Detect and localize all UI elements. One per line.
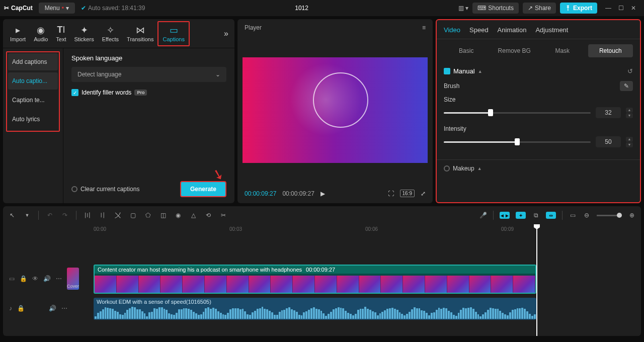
intensity-stepper[interactable]: ▲▼ (626, 137, 633, 147)
music-icon[interactable]: ♪ (9, 305, 12, 312)
sidebar-item-auto-captions[interactable]: Auto captio... (8, 72, 58, 90)
minimize-icon[interactable]: — (605, 5, 611, 12)
timeline-ruler[interactable]: 00:00 00:03 00:06 00:09 (3, 224, 641, 236)
tab-adjustment[interactable]: Adjustment (535, 26, 568, 34)
down-icon[interactable]: ▼ (626, 142, 633, 147)
subtab-basic[interactable]: Basic (444, 44, 489, 57)
logo-icon: ✂ (4, 5, 9, 12)
zoom-in-icon[interactable]: ⊕ (628, 212, 636, 219)
zoom-slider[interactable] (597, 215, 622, 216)
audio-clip[interactable]: Workout EDM with a sense of speed(101650… (94, 298, 536, 320)
chevron-down-icon: ⌄ (215, 71, 220, 78)
shortcuts-button[interactable]: ⌨ Shortcuts (472, 3, 519, 14)
manual-header[interactable]: Manual ▲ ↺ (444, 67, 633, 75)
mute-icon[interactable]: 🔊 (43, 275, 51, 282)
tab-transitions[interactable]: ⋈Transitions (123, 22, 157, 45)
size-value[interactable]: 32 (596, 107, 621, 118)
brush-tool-icon[interactable]: ✎ (620, 81, 633, 91)
crop-box-icon[interactable]: ◫ (159, 212, 167, 219)
cover-thumbnail[interactable]: Cover (67, 268, 79, 290)
spoken-language-label: Spoken language (71, 54, 226, 62)
up-icon[interactable]: ▲ (626, 137, 633, 142)
subtab-mask[interactable]: Mask (540, 44, 585, 57)
player-viewport[interactable] (243, 36, 428, 184)
tab-audio[interactable]: ◉Audio (30, 22, 52, 45)
record-icon[interactable]: ◉ (174, 212, 182, 219)
intensity-slider[interactable] (444, 141, 591, 143)
subtab-removebg[interactable]: Remove BG (492, 44, 537, 57)
main-area: ▸Import ◉Audio TIText ✦Stickers ✧Effects… (0, 16, 644, 206)
sidebar-item-add-captions[interactable]: Add captions (8, 53, 58, 70)
split-icon[interactable]: 〣 (84, 211, 92, 220)
language-select[interactable]: Detect language ⌄ (71, 67, 226, 82)
down-icon[interactable]: ▼ (626, 113, 633, 118)
zoom-out-icon[interactable]: ⊖ (583, 212, 591, 219)
sidebar-item-caption-template[interactable]: Caption te... (8, 92, 58, 109)
size-stepper[interactable]: ▲▼ (626, 108, 633, 118)
split-right-icon[interactable]: 〤 (114, 211, 122, 220)
mirror-icon[interactable]: △ (189, 212, 197, 219)
tab-captions[interactable]: ▭Captions (157, 21, 189, 46)
layout-icon[interactable]: ▥ ▾ (458, 5, 468, 12)
aspect-ratio[interactable]: 16:9 (400, 190, 415, 197)
track-visibility-icon[interactable]: ▭ (9, 275, 15, 282)
snap-toggle-2[interactable]: ✦ (516, 212, 526, 219)
scale-icon[interactable]: ⛶ (388, 190, 394, 197)
snap-toggle-1[interactable]: ◄► (500, 212, 510, 219)
lock-icon[interactable]: 🔒 (17, 305, 25, 312)
chevron-down-icon[interactable]: ▼ (23, 213, 31, 218)
shape-icon[interactable]: ⬠ (144, 212, 152, 219)
tab-text[interactable]: TIText (52, 22, 70, 45)
intensity-label: Intensity (444, 125, 633, 132)
collapse-icon: ▲ (477, 166, 482, 171)
snap-toggle-3[interactable]: ⇹ (546, 212, 556, 219)
generate-button[interactable]: Generate (180, 181, 226, 197)
video-clip[interactable]: Content creator man host streaming his a… (94, 265, 536, 294)
crop-icon[interactable]: ✂ (219, 212, 227, 219)
tab-import[interactable]: ▸Import (6, 22, 30, 45)
share-button[interactable]: ↗ Share (523, 3, 556, 14)
preview-icon[interactable]: ▭ (569, 212, 577, 219)
close-icon[interactable]: ✕ (631, 5, 636, 12)
split-left-icon[interactable]: 〢 (99, 211, 107, 220)
makeup-section[interactable]: Makeup ▲ (437, 159, 640, 177)
intensity-value[interactable]: 50 (596, 136, 621, 147)
sidebar-item-auto-lyrics[interactable]: Auto lyrics (8, 111, 58, 128)
redo-icon[interactable]: ↷ (61, 212, 69, 219)
link-icon[interactable]: ⧉ (532, 212, 540, 219)
selection-tool-icon[interactable]: ↖ (8, 212, 16, 219)
more-tabs-icon[interactable]: » (221, 26, 231, 41)
timeline[interactable]: 00:00 00:03 00:06 00:09 ▭ 🔒 👁 🔊 ⋯ Cover … (3, 224, 641, 336)
tab-video[interactable]: Video (444, 26, 460, 34)
fullscreen-icon[interactable]: ⤢ (421, 190, 426, 197)
tab-stickers[interactable]: ✦Stickers (70, 22, 98, 45)
maximize-icon[interactable]: ☐ (618, 5, 624, 12)
brush-label: Brush (444, 82, 459, 90)
radio-empty-icon (71, 186, 77, 192)
more-icon[interactable]: ⋯ (61, 305, 67, 312)
more-icon[interactable]: ⋯ (56, 275, 62, 282)
player-panel: Player ≡ 00:00:09:27 00:00:09:27 ▶ ⛶ 16:… (237, 19, 433, 203)
lock-icon[interactable]: 🔒 (20, 275, 27, 282)
reset-icon[interactable]: ↺ (627, 67, 633, 75)
filler-label: Identify filler words (82, 89, 131, 96)
mic-icon[interactable]: 🎤 (479, 212, 487, 219)
mute-icon[interactable]: 🔊 (49, 305, 56, 312)
subtab-retouch[interactable]: Retouch (588, 44, 633, 57)
clear-captions-option[interactable]: Clear current captions (71, 186, 139, 193)
tab-animation[interactable]: Animation (498, 26, 527, 34)
menu-button[interactable]: Menu • ▾ (39, 3, 75, 14)
tab-effects[interactable]: ✧Effects (98, 22, 123, 45)
player-menu-icon[interactable]: ≡ (422, 24, 426, 31)
up-icon[interactable]: ▲ (626, 108, 633, 113)
size-slider[interactable] (444, 112, 591, 114)
play-icon[interactable]: ▶ (320, 190, 325, 197)
tab-speed[interactable]: Speed (469, 26, 489, 34)
delete-icon[interactable]: ▢ (129, 212, 137, 219)
eye-icon[interactable]: 👁 (32, 275, 38, 282)
export-button[interactable]: ⭱ Export (560, 3, 597, 14)
undo-icon[interactable]: ↶ (46, 212, 54, 219)
filler-words-checkbox[interactable]: ✓ Identify filler words Pro (71, 89, 226, 96)
rotate-icon[interactable]: ⟲ (204, 212, 212, 219)
playhead[interactable] (536, 225, 537, 336)
